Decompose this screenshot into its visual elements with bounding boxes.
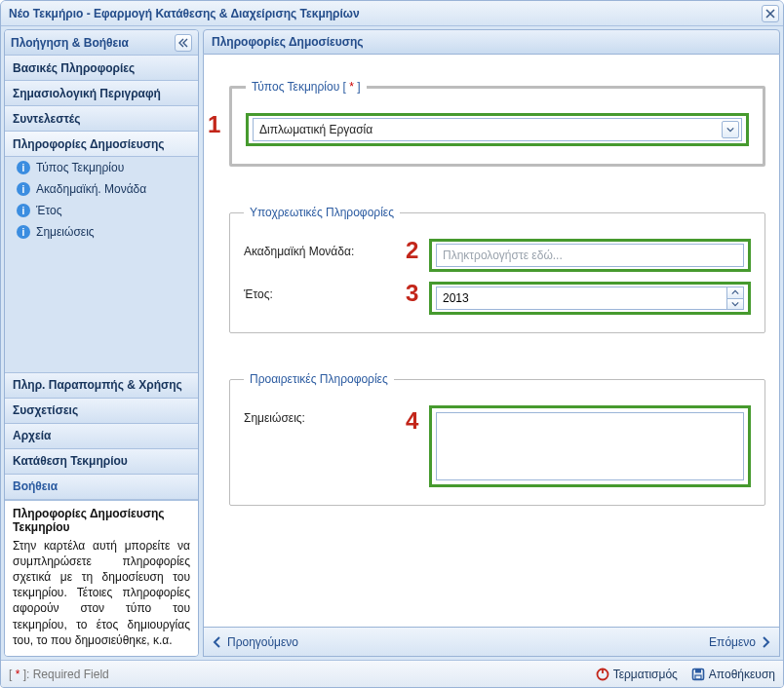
main-panel: Πληροφορίες Δημοσίευσης 1 Τύπος Τεκμηρίο…	[203, 29, 780, 657]
sidebar: Πλοήγηση & Βοήθεια Βασικές Πληροφορίες Σ…	[4, 29, 199, 657]
sidebar-accordion: Βασικές Πληροφορίες Σημασιολογική Περιγρ…	[5, 56, 198, 656]
chevron-double-left-icon	[178, 38, 188, 48]
save-icon	[691, 668, 705, 681]
collapse-sidebar-button[interactable]	[175, 34, 192, 52]
row-notes: Σημειώσεις: 4	[244, 405, 751, 487]
info-icon: i	[17, 161, 30, 174]
label-academic-unit: Ακαδημαϊκή Μονάδα:	[244, 239, 429, 258]
footer-actions: Τερματισμός Αποθήκευση	[596, 668, 775, 681]
label-year: Έτος:	[244, 282, 429, 301]
main-header: Πληροφορίες Δημοσίευσης	[203, 29, 780, 55]
item-type-value: Διπλωματική Εργασία	[259, 123, 372, 136]
info-icon: i	[17, 204, 30, 217]
row-academic-unit: Ακαδημαϊκή Μονάδα: 2	[244, 239, 751, 272]
annotation-badge-3: 3	[406, 282, 418, 305]
tree-item-unit[interactable]: i Ακαδημαϊκή. Μονάδα	[5, 178, 198, 200]
sidebar-title: Πλοήγηση & Βοήθεια	[11, 36, 129, 50]
sidebar-item-deposit[interactable]: Κατάθεση Τεκμηρίου	[5, 449, 198, 475]
save-label: Αποθήκευση	[709, 668, 775, 681]
sidebar-item-semantic[interactable]: Σημασιολογική Περιγραφή	[5, 81, 198, 106]
label-notes: Σημειώσεις:	[244, 405, 429, 425]
terminate-label: Τερματισμός	[613, 668, 678, 681]
app-window: Νέο Τεκμήριο - Εφαρμογή Κατάθεσης & Διαχ…	[0, 0, 784, 688]
sidebar-item-publication-info[interactable]: Πληροφορίες Δημοσίευσης	[5, 132, 198, 157]
svg-rect-3	[695, 669, 701, 672]
help-panel: Πληροφορίες Δημοσίευσης Τεκμηρίου Στην κ…	[5, 500, 198, 656]
prev-label: Προηγούμενο	[227, 635, 298, 649]
dropdown-arrow[interactable]	[722, 121, 739, 138]
highlight-unit	[429, 239, 751, 272]
power-icon	[596, 668, 609, 681]
next-button[interactable]: Επόμενο	[709, 635, 771, 649]
sidebar-item-relations[interactable]: Συσχετίσεις	[5, 399, 198, 424]
close-button[interactable]	[762, 5, 779, 22]
year-spinner[interactable]	[436, 287, 744, 310]
help-body: Στην καρτέλα αυτή μπορείτε να συμπληρώσε…	[5, 538, 198, 656]
spin-buttons	[726, 287, 744, 310]
legend-type: Τύπος Τεκμηρίου [ * ]	[246, 80, 367, 94]
fieldset-optional: Προαιρετικές Πληροφορίες Σημειώσεις: 4	[229, 372, 765, 506]
tree-item-type[interactable]: i Τύπος Τεκμηρίου	[5, 157, 198, 178]
arrow-left-icon	[212, 636, 223, 648]
highlight-type: Διπλωματική Εργασία	[246, 113, 749, 146]
help-title: Πληροφορίες Δημοσίευσης Τεκμηρίου	[5, 501, 198, 538]
arrow-right-icon	[760, 636, 771, 648]
info-icon: i	[17, 225, 30, 239]
prev-button[interactable]: Προηγούμενο	[212, 635, 298, 649]
window-title: Νέο Τεκμήριο - Εφαρμογή Κατάθεσης & Διαχ…	[9, 7, 360, 20]
close-icon	[765, 9, 775, 19]
fieldset-type: Τύπος Τεκμηρίου [ * ] Διπλωματική Εργασί…	[229, 80, 765, 167]
tree-label: Ακαδημαϊκή. Μονάδα	[36, 182, 146, 196]
notes-textarea[interactable]	[436, 412, 744, 480]
sidebar-header: Πλοήγηση & Βοήθεια	[5, 30, 198, 56]
tree-label: Έτος	[36, 204, 61, 217]
save-button[interactable]: Αποθήκευση	[691, 668, 775, 681]
chevron-down-icon	[731, 301, 739, 307]
main-body: 1 Τύπος Τεκμηρίου [ * ] Διπλωματική Εργα…	[203, 55, 780, 628]
required-note: [ * ]: Required Field	[9, 668, 109, 681]
sidebar-item-files[interactable]: Αρχεία	[5, 424, 198, 449]
terminate-button[interactable]: Τερματισμός	[596, 668, 678, 681]
sidebar-item-basic-info[interactable]: Βασικές Πληροφορίες	[5, 56, 198, 81]
tree-item-notes[interactable]: i Σημειώσεις	[5, 221, 198, 243]
annotation-badge-2: 2	[406, 239, 418, 262]
svg-rect-4	[695, 675, 701, 679]
next-label: Επόμενο	[709, 635, 756, 649]
sidebar-tree: i Τύπος Τεκμηρίου i Ακαδημαϊκή. Μονάδα i…	[5, 157, 198, 373]
status-bar: [ * ]: Required Field Τερματισμός Αποθήκ…	[1, 660, 783, 687]
highlight-year	[429, 282, 751, 315]
academic-unit-input[interactable]	[436, 244, 744, 267]
wizard-nav: Προηγούμενο Επόμενο	[203, 628, 780, 657]
item-type-select[interactable]: Διπλωματική Εργασία	[253, 118, 742, 141]
title-bar: Νέο Τεκμήριο - Εφαρμογή Κατάθεσης & Διαχ…	[1, 1, 783, 26]
chevron-up-icon	[731, 289, 739, 295]
year-up-button[interactable]	[726, 287, 744, 298]
legend-optional: Προαιρετικές Πληροφορίες	[244, 372, 394, 386]
tree-item-year[interactable]: i Έτος	[5, 200, 198, 221]
info-icon: i	[17, 182, 30, 196]
annotation-badge-4: 4	[406, 409, 418, 433]
tree-label: Σημειώσεις	[36, 225, 95, 239]
sidebar-item-help[interactable]: Βοήθεια	[5, 475, 198, 500]
chevron-down-icon	[726, 126, 734, 134]
fieldset-required: Υποχρεωτικές Πληροφορίες Ακαδημαϊκή Μονά…	[229, 206, 765, 333]
legend-required: Υποχρεωτικές Πληροφορίες	[244, 206, 400, 219]
row-year: Έτος: 3	[244, 282, 751, 315]
tree-label: Τύπος Τεκμηρίου	[36, 161, 124, 174]
year-down-button[interactable]	[726, 298, 744, 311]
sidebar-item-citation[interactable]: Πληρ. Παραπομπής & Χρήσης	[5, 373, 198, 399]
annotation-badge-1: 1	[208, 113, 220, 136]
body: Πλοήγηση & Βοήθεια Βασικές Πληροφορίες Σ…	[1, 26, 783, 660]
year-input[interactable]	[436, 287, 726, 310]
highlight-notes	[429, 405, 751, 487]
sidebar-item-contributors[interactable]: Συντελεστές	[5, 106, 198, 132]
